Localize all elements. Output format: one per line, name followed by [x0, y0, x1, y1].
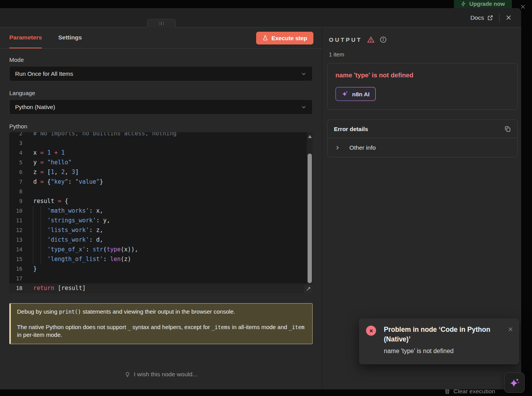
toast-title: Problem in node ‘Code in Python (Native)…	[384, 325, 499, 344]
execute-step-button[interactable]: Execute step	[256, 32, 313, 44]
python-editor-label: Python	[9, 123, 313, 130]
code-line[interactable]: 7d = {"key": "value"}	[9, 177, 313, 187]
lightning-icon	[461, 1, 466, 7]
language-select[interactable]: Python (Native)	[9, 99, 313, 114]
divider	[499, 14, 499, 22]
modal-header: Docs	[0, 8, 521, 27]
error-card: name 'type' is not defined n8n AI	[327, 63, 518, 110]
note-line-1: Debug by using print() statements and vi…	[17, 308, 306, 316]
language-label: Language	[9, 90, 313, 96]
warning-icon	[367, 36, 375, 43]
indent-guide	[41, 206, 41, 264]
code-line[interactable]: 18return [result]	[9, 283, 313, 293]
code-line[interactable]: 3	[9, 138, 313, 148]
chevron-down-icon	[301, 104, 307, 110]
flask-icon	[262, 35, 268, 41]
output-title: OUTPUT	[329, 36, 362, 43]
code-line[interactable]: 11 'strings_work': y,	[9, 216, 313, 225]
panel-drag-handle[interactable]	[147, 19, 176, 27]
copy-icon[interactable]	[505, 126, 511, 132]
ai-sparkle-icon	[509, 377, 520, 389]
error-message: name 'type' is not defined	[335, 72, 510, 79]
chevron-down-icon	[301, 71, 307, 77]
debug-note: Debug by using print() statements and vi…	[9, 303, 313, 344]
scroll-up-arrow-icon[interactable]	[308, 135, 312, 138]
ai-assistant-button[interactable]	[504, 372, 525, 393]
items-count: 1 item	[329, 51, 521, 58]
code-editor[interactable]: 2# No imports, no builtins access, nothi…	[9, 132, 313, 293]
other-info-row[interactable]: Other info	[328, 138, 517, 157]
wish-node-button[interactable]: I wish this node would...	[0, 371, 322, 378]
code-line[interactable]: 13 'dicts_work': d,	[9, 235, 313, 245]
backdrop-close-icon[interactable]	[520, 4, 526, 11]
mode-select[interactable]: Run Once for All Items	[9, 66, 313, 81]
sparkles-icon	[342, 90, 349, 97]
code-line[interactable]: 16}	[9, 264, 313, 274]
code-line[interactable]: 12 'lists_work': z,	[9, 225, 313, 235]
external-link-icon	[487, 15, 493, 21]
error-circle-icon	[366, 326, 376, 336]
code-line[interactable]: 2# No imports, no builtins access, nothi…	[9, 132, 313, 138]
error-toast: Problem in node ‘Code in Python (Native)…	[359, 318, 519, 364]
n8n-ai-button[interactable]: n8n AI	[336, 87, 375, 101]
resize-icon	[306, 287, 311, 291]
code-line[interactable]: 5y = "hello"	[9, 158, 313, 167]
code-line[interactable]: 14 'type_of_x': str(type(x)),	[9, 245, 313, 254]
editor-scrollbar[interactable]	[307, 132, 313, 293]
code-line[interactable]: 8	[9, 187, 313, 196]
tab-parameters[interactable]: Parameters	[9, 27, 42, 48]
editor-resize-handle[interactable]	[304, 285, 313, 293]
code-line[interactable]: 10 'math_works': x,	[9, 206, 313, 216]
error-details-card: Error details Other info	[327, 119, 518, 157]
toast-message: name 'type' is not defined	[384, 348, 512, 355]
mode-label: Mode	[9, 56, 313, 63]
note-line-2: The native Python option does not suppor…	[17, 323, 306, 339]
indent-guide	[33, 206, 33, 264]
tab-settings[interactable]: Settings	[58, 27, 82, 48]
scrollbar-thumb[interactable]	[308, 154, 312, 283]
code-line[interactable]: 4x = 1 + 1	[9, 148, 313, 158]
code-line[interactable]: 15 'length_of_list': len(z)	[9, 254, 313, 264]
info-icon[interactable]	[380, 36, 387, 43]
parameters-panel: Parameters Settings Execute step Mode Ru…	[0, 27, 322, 389]
code-line[interactable]: 6z = [1, 2, 3]	[9, 167, 313, 177]
lightbulb-icon	[125, 372, 130, 377]
code-lines: 2# No imports, no builtins access, nothi…	[9, 132, 313, 293]
code-line[interactable]: 17	[9, 274, 313, 283]
code-line[interactable]: 9result = {	[9, 196, 313, 206]
error-details-title: Error details	[334, 126, 368, 132]
tabs-row: Parameters Settings Execute step	[0, 27, 322, 49]
modal-close-icon[interactable]	[505, 14, 512, 21]
chevron-right-icon	[335, 145, 340, 150]
docs-link[interactable]: Docs	[470, 14, 493, 21]
toast-close-icon[interactable]	[508, 326, 513, 334]
